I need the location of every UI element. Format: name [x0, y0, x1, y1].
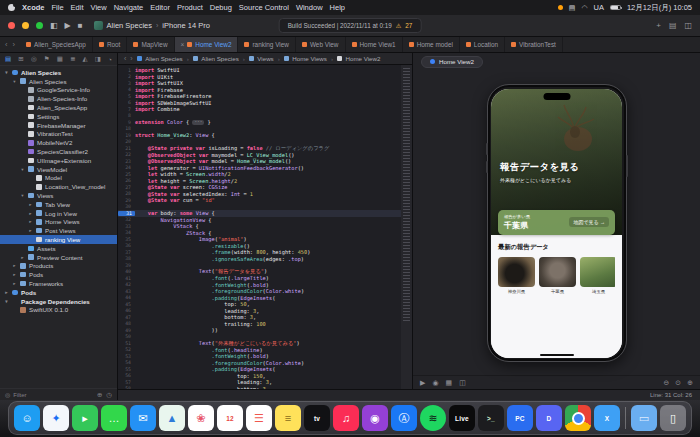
chrome-dock-icon[interactable] — [565, 405, 591, 431]
tab-root[interactable]: Root — [93, 37, 128, 52]
library-add-icon[interactable]: + — [656, 21, 661, 30]
preview-live-button[interactable]: ▶ — [420, 379, 425, 387]
window-minimize-button[interactable] — [22, 22, 29, 29]
messages-dock-icon[interactable]: … — [101, 405, 127, 431]
run-destination[interactable]: iPhone 14 Pro — [162, 21, 210, 30]
trash-dock-icon[interactable]: ▯ — [660, 405, 686, 431]
tree-item-frameworks[interactable]: ▸Frameworks — [0, 279, 117, 288]
source-control-navigator-icon[interactable]: ⊞ — [18, 55, 23, 63]
menu-item-xcode[interactable]: Xcode — [22, 3, 45, 12]
menu-item-source-control[interactable]: Source Control — [239, 3, 289, 12]
spotify-dock-icon[interactable]: ≋ — [420, 405, 446, 431]
tree-item-model[interactable]: Model — [0, 174, 117, 183]
disclosure-icon[interactable]: ▸ — [12, 281, 17, 286]
navigator-toggle-icon[interactable]: ◧ — [50, 22, 58, 30]
tree-item-settings[interactable]: Settings — [0, 112, 117, 121]
disclosure-icon[interactable]: ▸ — [28, 211, 33, 216]
disclosure-icon[interactable]: ▸ — [12, 263, 17, 268]
inspector-toggle-icon[interactable]: ◫ — [684, 21, 692, 30]
tree-item-swiftuix-0-1-0[interactable]: SwiftUIX 0.1.0 — [0, 306, 117, 315]
menu-item-debug[interactable]: Debug — [210, 3, 232, 12]
pc-dock-icon[interactable]: PC — [507, 405, 533, 431]
safari-dock-icon[interactable]: ✦ — [43, 405, 69, 431]
calendar-dock-icon[interactable]: 12 — [217, 405, 243, 431]
terminal-dock-icon[interactable]: >_ — [478, 405, 504, 431]
tab-home-view1[interactable]: Home View1 — [346, 37, 403, 52]
issue-navigator-icon[interactable]: ▦ — [57, 55, 63, 63]
menu-item-file[interactable]: File — [52, 3, 64, 12]
find-navigator-icon[interactable]: ⚑ — [44, 55, 50, 63]
app-store-dock-icon[interactable]: Ⓐ — [391, 405, 417, 431]
tab-alien-speciesapp[interactable]: Alien_SpeciesApp — [20, 37, 93, 52]
scheme-selector[interactable]: Alien Species › iPhone 14 Pro — [94, 21, 210, 30]
tree-item-googleservice-info[interactable]: GoogleService-Info — [0, 86, 117, 95]
tree-item-alien-species-info[interactable]: Alien-Species-Info — [0, 94, 117, 103]
screen-recording-indicator[interactable] — [558, 5, 563, 10]
disclosure-icon[interactable]: ▸ — [28, 219, 33, 224]
stop-button[interactable]: ■ — [78, 22, 83, 30]
podcasts-dock-icon[interactable]: ◉ — [362, 405, 388, 431]
tree-item-vibrationtest[interactable]: VibrationTest — [0, 130, 117, 139]
project-navigator-icon[interactable]: ▤ — [5, 55, 11, 63]
tree-item-log-in-view[interactable]: ▸Log in View — [0, 209, 117, 218]
menu-item-navigate[interactable]: Navigate — [114, 3, 144, 12]
notes-dock-icon[interactable]: ≡ — [275, 405, 301, 431]
menu-item-edit[interactable]: Edit — [71, 3, 84, 12]
disclosure-icon[interactable]: ▾ — [4, 299, 9, 304]
breadcrumb-item-home-view2[interactable]: Home View2 — [337, 55, 380, 62]
disclosure-icon[interactable]: ▸ — [12, 272, 17, 277]
zoom-out-button[interactable]: ⊖ — [663, 379, 669, 387]
jump-back-icon[interactable]: ‹ — [124, 55, 126, 62]
breadcrumb-item-alien-species[interactable]: Alien Species — [193, 55, 239, 62]
tree-item-viewmodel[interactable]: ▾ViewModel — [0, 165, 117, 174]
wifi-icon[interactable]: ◠ — [581, 4, 587, 12]
tree-item-pods[interactable]: ▸Pods — [0, 270, 117, 279]
tree-item-pods[interactable]: ▸Pods — [0, 288, 117, 297]
zoom-actual-button[interactable]: ⊙ — [675, 379, 681, 387]
tab-home-model[interactable]: Home model — [403, 37, 460, 52]
tree-item-views[interactable]: ▾Views — [0, 191, 117, 200]
disclosure-icon[interactable]: ▸ — [28, 228, 33, 233]
tab-location[interactable]: Location — [460, 37, 505, 52]
reminders-dock-icon[interactable]: ☰ — [246, 405, 272, 431]
run-button[interactable]: ▶ — [65, 22, 71, 30]
minimap[interactable] — [401, 65, 412, 389]
downloads-folder-dock-icon[interactable]: ▭ — [631, 405, 657, 431]
tab-ranking-view[interactable]: ranking View — [238, 37, 295, 52]
tab-mapview[interactable]: MapView — [127, 37, 174, 52]
control-center-icon[interactable]: ▤ — [569, 4, 576, 12]
tab-vibrationtest[interactable]: VibrationTest — [505, 37, 563, 52]
tree-item-alien-speciesapp[interactable]: Alien_SpeciesApp — [0, 103, 117, 112]
live-dock-icon[interactable]: Live — [449, 405, 475, 431]
disclosure-icon[interactable]: ▾ — [4, 70, 9, 75]
tree-item-speciesclassifier2[interactable]: SpeciesClassifier2 — [0, 147, 117, 156]
tree-item-firebasemanager[interactable]: FirebaseManager — [0, 121, 117, 130]
debug-navigator-icon[interactable]: ◭ — [83, 55, 88, 63]
discord-dock-icon[interactable]: D — [536, 405, 562, 431]
disclosure-icon[interactable]: ▾ — [20, 167, 25, 172]
preview-device-settings-button[interactable]: ◫ — [459, 379, 466, 387]
preview-variants-button[interactable]: ▦ — [446, 379, 453, 387]
symbol-navigator-icon[interactable]: ◎ — [31, 55, 37, 63]
breakpoint-marker[interactable]: 31 — [118, 211, 135, 216]
forward-button[interactable]: › — [13, 40, 16, 49]
breadcrumb-item-home-views[interactable]: Home Views — [284, 55, 327, 62]
iphone-preview[interactable]: 報告データを見る 外来種がどこにいるか見てみる 報告が多い県 千葉県 — [487, 84, 627, 362]
tv-dock-icon[interactable]: tv — [304, 405, 330, 431]
filter-add-icon[interactable]: ⊕ — [97, 391, 102, 399]
window-zoom-button[interactable] — [36, 22, 43, 29]
menu-item-editor[interactable]: Editor — [150, 3, 170, 12]
disclosure-icon[interactable]: ▸ — [28, 202, 33, 207]
tree-item-post-views[interactable]: ▸Post Views — [0, 226, 117, 235]
disclosure-icon[interactable]: ▾ — [20, 193, 25, 198]
activity-view[interactable]: Build Succeeded | 2022/11/11 at 0:19 ⚠ 2… — [279, 18, 422, 33]
tree-item-tab-view[interactable]: ▸Tab View — [0, 200, 117, 209]
menu-item-view[interactable]: View — [91, 3, 107, 12]
tree-item-ranking-view[interactable]: ranking View — [0, 235, 117, 244]
tab-home-view2[interactable]: ×Home View2 — [175, 37, 239, 52]
back-button[interactable]: ‹ — [5, 40, 8, 49]
tree-item-alien-species[interactable]: ▾Alien Species — [0, 68, 117, 77]
music-dock-icon[interactable]: ♫ — [333, 405, 359, 431]
preview-pill[interactable]: Home View2 — [421, 56, 483, 68]
filter-field[interactable]: Filter — [13, 392, 26, 398]
